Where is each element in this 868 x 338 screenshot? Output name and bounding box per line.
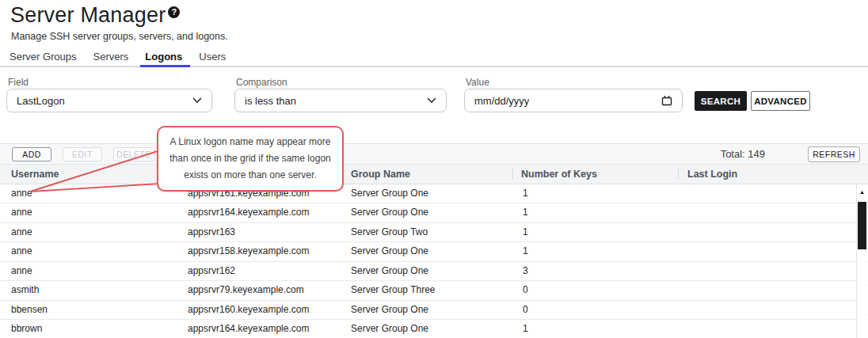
comparison-select-value: is less than xyxy=(245,95,296,107)
cell-0: bbrown xyxy=(11,320,42,338)
cell-0: anne xyxy=(11,184,32,203)
tab-server-groups[interactable]: Server Groups xyxy=(10,48,77,66)
cell-1: appsrvr164.keyexample.com xyxy=(188,203,309,222)
tab-servers[interactable]: Servers xyxy=(93,48,129,66)
table-row[interactable]: anneappsrvr164.keyexample.comServer Grou… xyxy=(0,203,868,222)
cell-2: Server Group Three xyxy=(351,281,436,300)
refresh-button[interactable]: REFRESH xyxy=(808,146,860,162)
cell-2: Server Group One xyxy=(351,301,428,320)
table-body: anneappsrvr161.keyexample.comServer Grou… xyxy=(0,184,868,338)
cell-3: 0 xyxy=(523,301,528,320)
table-row[interactable]: bbensenappsrvr160.keyexample.comServer G… xyxy=(0,301,868,320)
server-manager-page: Server Manager? Manage SSH server groups… xyxy=(0,0,868,338)
field-label: Field xyxy=(8,77,29,88)
cell-0: asmith xyxy=(11,281,39,300)
cell-1: appsrvr160.keyexample.com xyxy=(188,301,309,320)
add-button[interactable]: ADD xyxy=(12,147,51,161)
cell-2: Server Group One xyxy=(351,242,428,261)
tab-users[interactable]: Users xyxy=(199,48,226,66)
page-title: Server Manager? xyxy=(10,3,180,28)
scroll-up-arrow-icon[interactable]: ▲ xyxy=(857,188,867,196)
total-count: Total: 149 xyxy=(721,148,765,160)
column-header-2[interactable]: Group Name xyxy=(351,165,410,184)
callout-text: A Linux logon name may appear more than … xyxy=(169,136,330,180)
cell-1: appsrvr163 xyxy=(188,223,235,242)
value-date-input[interactable]: mm/dd/yyyy xyxy=(464,89,683,112)
tab-logons[interactable]: Logons xyxy=(145,48,182,66)
cell-0: anne xyxy=(11,223,32,242)
delete-button[interactable]: DELETE xyxy=(113,147,154,161)
scroll-thumb[interactable] xyxy=(858,202,866,249)
cell-2: Server Group One xyxy=(351,184,428,203)
column-header-4[interactable]: Last Login xyxy=(687,165,737,184)
column-header-3[interactable]: Number of Keys xyxy=(521,165,597,184)
page-subtitle: Manage SSH server groups, servers, and l… xyxy=(11,31,228,42)
field-select-value: LastLogon xyxy=(17,95,65,107)
chevron-down-icon xyxy=(192,97,202,104)
table-header: UsernameGroup NameNumber of KeysLast Log… xyxy=(0,165,868,184)
column-separator xyxy=(512,169,513,180)
cell-3: 1 xyxy=(523,223,528,242)
cell-2: Server Group One xyxy=(351,262,428,281)
column-separator xyxy=(678,169,679,180)
cell-1: appsrvr158.keyexample.com xyxy=(188,242,309,261)
value-date-placeholder: mm/dd/yyyy xyxy=(474,95,529,107)
callout-note: A Linux logon name may appear more than … xyxy=(157,126,344,192)
table-row[interactable]: anneappsrvr161.keyexample.comServer Grou… xyxy=(0,184,868,203)
table-scrollbar[interactable]: ▲ xyxy=(856,184,867,338)
column-header-0[interactable]: Username xyxy=(11,165,59,184)
cell-2: Server Group Two xyxy=(351,223,428,242)
edit-button[interactable]: EDIT xyxy=(63,147,102,161)
field-select[interactable]: LastLogon xyxy=(6,89,212,112)
cell-1: appsrvr164.keyexample.com xyxy=(188,320,309,338)
cell-2: Server Group One xyxy=(351,320,428,338)
table-row[interactable]: anneappsrvr163Server Group Two1 xyxy=(0,223,868,242)
help-icon[interactable]: ? xyxy=(168,6,180,18)
chevron-down-icon xyxy=(427,97,436,104)
cell-3: 1 xyxy=(523,203,528,222)
cell-1: appsrvr79.keyexample.com xyxy=(188,281,304,300)
table-row[interactable]: anneappsrvr158.keyexample.comServer Grou… xyxy=(0,242,868,261)
cell-0: anne xyxy=(11,262,32,281)
cell-0: anne xyxy=(11,242,32,261)
calendar-icon[interactable] xyxy=(661,95,672,106)
page-title-text: Server Manager xyxy=(10,3,166,27)
comparison-select[interactable]: is less than xyxy=(234,89,447,112)
search-button[interactable]: SEARCH xyxy=(695,91,747,111)
cell-0: anne xyxy=(11,203,32,222)
cell-3: 3 xyxy=(523,262,528,281)
cell-3: 0 xyxy=(523,281,528,300)
value-label: Value xyxy=(466,77,489,88)
comparison-label: Comparison xyxy=(236,77,287,88)
table-row[interactable]: asmithappsrvr79.keyexample.comServer Gro… xyxy=(0,281,868,300)
cell-3: 1 xyxy=(523,184,528,203)
cell-0: bbensen xyxy=(11,301,48,320)
cell-3: 1 xyxy=(523,242,528,261)
advanced-button[interactable]: ADVANCED xyxy=(751,91,810,111)
cell-3: 1 xyxy=(523,320,528,338)
grid-toolbar: ADD EDIT DELETE Total: 149 REFRESH xyxy=(0,143,868,165)
tab-bar: Server GroupsServersLogonsUsers xyxy=(0,48,868,67)
cell-2: Server Group One xyxy=(351,203,428,222)
table-row[interactable]: bbrownappsrvr164.keyexample.comServer Gr… xyxy=(0,320,868,338)
table-row[interactable]: anneappsrvr162Server Group One3 xyxy=(0,262,868,281)
cell-1: appsrvr162 xyxy=(188,262,235,281)
